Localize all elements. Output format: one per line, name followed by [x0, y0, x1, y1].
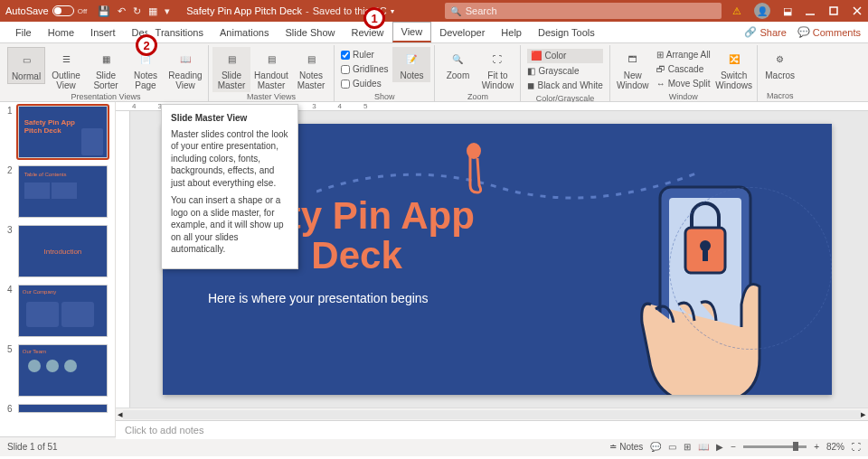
fit-slide-icon[interactable]: ⛶ [852, 442, 861, 452]
thumbnail-3[interactable]: 3Introduction [7, 225, 108, 277]
chevron-down-icon: ▾ [391, 7, 394, 15]
tab-designtools[interactable]: Design Tools [530, 22, 603, 42]
group-zoom: 🔍Zoom ⛶Fit to Window Zoom [435, 45, 521, 102]
group-presentation-views: ▭Normal ☰Outline View ▦Slide Sorter 📄Not… [4, 45, 209, 102]
notes-master-button[interactable]: ▤Notes Master [292, 47, 330, 92]
thumbnail-6[interactable]: 6 [7, 404, 108, 414]
bw-button[interactable]: ◼ Black and White [527, 80, 602, 92]
qat-more-icon[interactable]: ▾ [165, 5, 170, 17]
zoom-button[interactable]: 🔍Zoom [439, 47, 476, 82]
thumbnail-1[interactable]: 1Safety Pin AppPitch Deck [7, 106, 108, 158]
zoom-out-icon[interactable]: − [731, 442, 736, 452]
comments-button[interactable]: 💬 Comments [797, 26, 861, 38]
tab-view[interactable]: View [392, 22, 432, 42]
comments-pane-icon[interactable]: 💬 [650, 442, 661, 452]
search-input[interactable]: 🔍 Search [445, 3, 722, 19]
tab-developer[interactable]: Developer [431, 22, 493, 42]
tab-insert[interactable]: Insert [82, 22, 124, 42]
group-master-views: ▤Slide Master ▤Handout Master ▤Notes Mas… [209, 45, 335, 102]
macros-button[interactable]: ⚙Macros [761, 47, 799, 82]
notes-input[interactable]: Click to add notes [116, 420, 868, 439]
tab-slideshow[interactable]: Slide Show [277, 22, 343, 42]
reading-view-button[interactable]: 📖Reading View [166, 47, 204, 92]
body-area: 1Safety Pin AppPitch Deck 2Table of Cont… [0, 102, 868, 436]
share-button[interactable]: 🔗 Share [744, 26, 786, 38]
tab-transitions[interactable]: Transitions [147, 22, 212, 42]
group-macros: ⚙Macros Macros [758, 45, 803, 102]
title-bar: AutoSave Off 💾 ↶ ↻ ▦ ▾ Safety Pin App Pi… [0, 0, 868, 22]
minimize-icon[interactable] [805, 5, 816, 16]
autosave-label: AutoSave [5, 5, 49, 16]
new-window-button[interactable]: 🗔New Window [614, 47, 652, 92]
slide-thumbnails-panel[interactable]: 1Safety Pin AppPitch Deck 2Table of Cont… [0, 102, 116, 436]
annotation-2: 2 [136, 34, 157, 56]
slide-master-button[interactable]: ▤Slide Master [212, 47, 250, 92]
annotation-1: 1 [363, 7, 385, 29]
warning-icon[interactable]: ⚠ [732, 5, 741, 17]
slide-sorter-button[interactable]: ▦Slide Sorter [87, 47, 125, 92]
maximize-icon[interactable] [828, 5, 839, 16]
window-controls: ⚠ 👤 ⬓ [732, 3, 863, 19]
slide-master-tooltip: Slide Master View Master slides control … [161, 104, 298, 269]
svg-point-4 [467, 143, 481, 159]
outline-view-button[interactable]: ☰Outline View [47, 47, 85, 92]
undo-icon[interactable]: ↶ [118, 5, 126, 17]
reading-view-icon[interactable]: 📖 [698, 442, 709, 452]
user-avatar[interactable]: 👤 [754, 3, 770, 19]
move-split-button[interactable]: ↔ Move Split [656, 78, 711, 90]
tab-help[interactable]: Help [493, 22, 530, 42]
group-show: Ruler Gridlines Guides 📝Notes Show [335, 45, 435, 102]
arrange-all-button[interactable]: ⊞ Arrange All [656, 49, 711, 61]
thumbnail-2[interactable]: 2Table of Contents [7, 165, 108, 218]
zoom-percent[interactable]: 82% [826, 442, 844, 452]
ribbon-display-icon[interactable]: ⬓ [783, 5, 792, 17]
guides-checkbox[interactable]: Guides [341, 78, 388, 90]
ribbon: ▭Normal ☰Outline View ▦Slide Sorter 📄Not… [0, 43, 868, 102]
horizontal-scrollbar[interactable]: ◂▸ [116, 407, 868, 420]
grid-circle-decoration [669, 187, 832, 350]
group-color-grayscale: 🟥 Color ◧ Grayscale ◼ Black and White Co… [521, 45, 609, 102]
ruler-checkbox[interactable]: Ruler [341, 49, 388, 61]
notes-toggle[interactable]: ≐ Notes [609, 442, 643, 452]
status-bar: Slide 1 of 51 ≐ Notes 💬 ▭ ⊞ 📖 ▶ − + 82% … [0, 436, 868, 456]
notes-button[interactable]: 📝Notes [392, 47, 430, 82]
toggle-icon [52, 5, 74, 16]
cascade-button[interactable]: 🗗 Cascade [656, 63, 711, 76]
color-button[interactable]: 🟥 Color [527, 49, 602, 63]
gridlines-checkbox[interactable]: Gridlines [341, 63, 388, 76]
vertical-ruler[interactable] [116, 111, 130, 407]
start-slideshow-icon[interactable]: ▦ [148, 5, 157, 17]
zoom-slider[interactable] [743, 445, 807, 448]
zoom-in-icon[interactable]: + [814, 442, 819, 452]
switch-windows-button[interactable]: 🔀Switch Windows [715, 47, 753, 92]
group-window: 🗔New Window ⊞ Arrange All 🗗 Cascade ↔ Mo… [610, 45, 758, 102]
tab-home[interactable]: Home [40, 22, 82, 42]
tab-file[interactable]: File [7, 22, 40, 42]
tab-animations[interactable]: Animations [212, 22, 277, 42]
autosave-state: Off [78, 7, 88, 15]
svg-rect-1 [830, 7, 837, 14]
slideshow-view-icon[interactable]: ▶ [716, 442, 723, 452]
safety-pin-icon [461, 142, 486, 196]
slide-subtitle[interactable]: Here is where your presentation begins [208, 291, 429, 305]
quick-access-toolbar: 💾 ↶ ↻ ▦ ▾ [98, 5, 170, 17]
handout-master-button[interactable]: ▤Handout Master [252, 47, 290, 92]
redo-icon[interactable]: ↻ [133, 5, 141, 17]
search-icon: 🔍 [450, 6, 461, 16]
thumbnail-5[interactable]: 5Our Team [7, 344, 108, 397]
sorter-view-icon[interactable]: ⊞ [684, 442, 691, 452]
thumbnail-4[interactable]: 4Our Company [7, 285, 108, 337]
fit-to-window-button[interactable]: ⛶Fit to Window [478, 47, 516, 92]
ribbon-tabs: File Home Insert Design Transitions Anim… [0, 22, 868, 43]
close-icon[interactable] [852, 5, 863, 16]
document-title[interactable]: Safety Pin App Pitch Deck - Saved to thi… [186, 5, 393, 16]
normal-view-icon[interactable]: ▭ [668, 442, 676, 452]
autosave-toggle[interactable]: AutoSave Off [5, 5, 87, 16]
slide-counter[interactable]: Slide 1 of 51 [7, 442, 58, 452]
save-icon[interactable]: 💾 [98, 5, 110, 17]
grayscale-button[interactable]: ◧ Grayscale [527, 65, 602, 78]
normal-view-button[interactable]: ▭Normal [7, 47, 45, 84]
